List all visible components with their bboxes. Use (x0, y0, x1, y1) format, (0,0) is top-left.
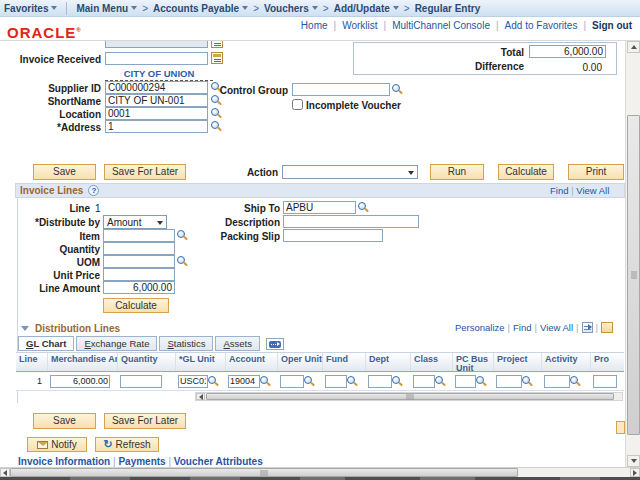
refresh-button[interactable]: ↻Refresh (95, 437, 159, 452)
item-input[interactable] (103, 229, 175, 242)
row-quantity-input[interactable] (120, 375, 162, 388)
account-input[interactable] (228, 375, 260, 388)
main-menu[interactable]: Main Menu (72, 3, 141, 14)
show-all-tabs-icon[interactable] (266, 338, 284, 350)
vertical-scrollbar[interactable] (625, 41, 640, 467)
location-input[interactable] (105, 107, 208, 120)
tab-gl-chart[interactable]: GL Chart (18, 336, 74, 351)
favorites-menu[interactable]: Favorites (0, 3, 61, 14)
lookup-icon[interactable] (177, 230, 188, 241)
lookup-icon[interactable] (211, 121, 222, 132)
breadcrumb-vouchers[interactable]: Vouchers (260, 3, 322, 14)
supplier-name-link[interactable]: CITY OF UNION (105, 68, 213, 81)
calendar-icon[interactable] (211, 52, 223, 64)
multichannel-console-link[interactable]: MultiChannel Console (392, 20, 490, 31)
total-input[interactable] (529, 45, 606, 58)
ship-to-input[interactable] (283, 201, 356, 214)
quantity-input[interactable] (103, 242, 175, 255)
calculate-button[interactable]: Calculate (498, 164, 554, 180)
line-amount-input[interactable] (103, 281, 175, 294)
gl-unit-input[interactable] (178, 375, 208, 388)
print-button[interactable]: Print (568, 164, 624, 180)
view-all-link[interactable]: View All (540, 322, 573, 333)
tab-exchange-rate[interactable]: Exchange Rate (76, 336, 157, 351)
action-select[interactable] (282, 165, 418, 179)
lookup-icon[interactable] (476, 376, 487, 387)
scroll-left-icon[interactable] (196, 393, 205, 400)
scroll-up-icon[interactable] (627, 41, 640, 53)
lookup-icon[interactable] (260, 376, 271, 387)
class-input[interactable] (413, 375, 435, 388)
breadcrumb-add-update[interactable]: Add/Update (330, 3, 403, 14)
save-button[interactable]: Save (33, 164, 96, 180)
personalize-link[interactable]: Personalize (455, 322, 505, 333)
unit-price-input[interactable] (103, 268, 175, 281)
voucher-attributes-link[interactable]: Voucher Attributes (174, 456, 263, 467)
scrollbar-thumb[interactable] (206, 393, 614, 400)
clipped-button[interactable] (616, 421, 625, 434)
shortname-input[interactable] (105, 94, 208, 107)
help-icon[interactable]: ? (88, 185, 99, 196)
calculate-line-button[interactable]: Calculate (103, 298, 169, 313)
download-grid-icon[interactable] (582, 322, 593, 333)
breadcrumb-accounts-payable[interactable]: Accounts Payable (149, 3, 252, 14)
run-button[interactable]: Run (430, 164, 484, 180)
save-button-bottom[interactable]: Save (33, 413, 96, 429)
oper-unit-input[interactable] (280, 375, 304, 388)
lookup-icon[interactable] (347, 376, 358, 387)
lookup-icon[interactable] (211, 95, 222, 106)
supplier-id-input[interactable] (105, 81, 208, 94)
clipped-grid-icon[interactable] (601, 322, 613, 333)
save-for-later-button-bottom[interactable]: Save For Later (104, 413, 186, 429)
lookup-icon[interactable] (358, 202, 369, 213)
tab-statistics[interactable]: Statistics (159, 336, 213, 351)
control-group-input[interactable] (292, 83, 390, 96)
uom-input[interactable] (103, 255, 175, 268)
tab-assets[interactable]: Assets (215, 336, 260, 351)
scrollbar-thumb[interactable] (10, 468, 518, 477)
chevron-down-icon (242, 6, 248, 10)
packing-slip-label: Packing Slip (200, 231, 280, 242)
dept-input[interactable] (368, 375, 392, 388)
fund-input[interactable] (325, 375, 347, 388)
lookup-icon[interactable] (211, 108, 222, 119)
pc-bus-unit-input[interactable] (455, 375, 476, 388)
notify-button[interactable]: Notify (27, 437, 87, 452)
lookup-icon[interactable] (304, 376, 315, 387)
worklist-link[interactable]: Worklist (342, 20, 377, 31)
payments-link[interactable]: Payments (118, 456, 165, 467)
lookup-icon[interactable] (522, 376, 533, 387)
save-for-later-button[interactable]: Save For Later (104, 164, 186, 180)
incomplete-voucher-checkbox[interactable] (292, 99, 303, 110)
lookup-icon[interactable] (392, 376, 403, 387)
find-link[interactable]: Find (550, 185, 568, 196)
activity-input[interactable] (544, 375, 570, 388)
lookup-icon[interactable] (392, 84, 403, 95)
merchandise-amt-input[interactable] (50, 375, 110, 388)
lookup-icon[interactable] (177, 256, 188, 267)
product-input[interactable] (593, 375, 617, 388)
sign-out-link[interactable]: Sign out (592, 20, 632, 31)
horizontal-scrollbar[interactable] (0, 467, 640, 477)
grid-horizontal-scrollbar[interactable] (195, 392, 623, 401)
invoice-information-link[interactable]: Invoice Information (18, 456, 110, 467)
add-to-favorites-link[interactable]: Add to Favorites (505, 20, 578, 31)
lookup-icon[interactable] (208, 376, 219, 387)
invoice-received-input[interactable] (105, 52, 208, 65)
scroll-down-icon[interactable] (627, 455, 640, 467)
description-input[interactable] (283, 215, 419, 228)
project-input[interactable] (496, 375, 522, 388)
scroll-right-icon[interactable] (630, 468, 640, 477)
lookup-icon[interactable] (570, 376, 581, 387)
home-link[interactable]: Home (301, 20, 328, 31)
scroll-left-icon[interactable] (0, 468, 10, 477)
scrollbar-thumb[interactable] (627, 115, 640, 435)
distribute-by-select[interactable]: Amount (103, 215, 167, 229)
find-link[interactable]: Find (513, 322, 531, 333)
address-input[interactable] (105, 120, 208, 133)
breadcrumb-regular-entry[interactable]: Regular Entry (411, 3, 485, 14)
view-all-link[interactable]: View All (576, 185, 609, 196)
collapse-icon[interactable] (21, 326, 29, 331)
packing-slip-input[interactable] (283, 229, 383, 242)
lookup-icon[interactable] (435, 376, 446, 387)
